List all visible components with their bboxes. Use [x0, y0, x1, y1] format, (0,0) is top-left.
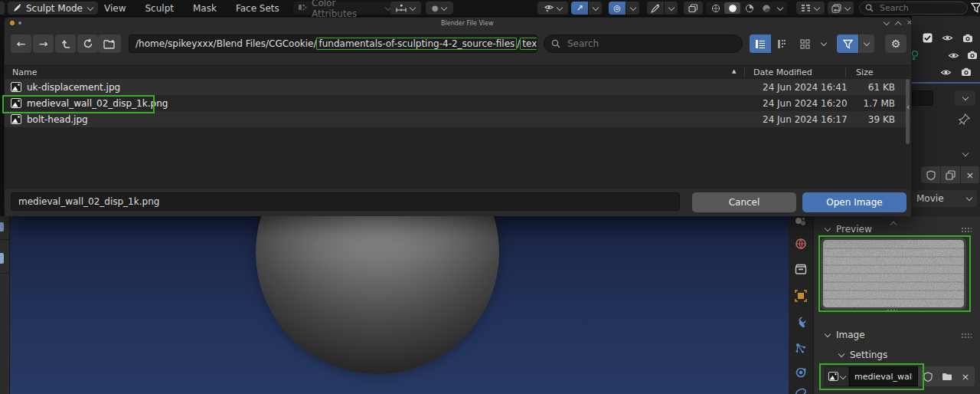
eye-icon[interactable] — [942, 34, 953, 42]
texture-preview-image[interactable] — [823, 240, 964, 307]
annotate-tool[interactable] — [647, 2, 664, 15]
toolbar-partial-icon[interactable] — [0, 253, 4, 264]
tab-modifiers-icon[interactable] — [795, 316, 807, 328]
checkbox-checked-icon[interactable] — [923, 33, 933, 43]
image-browse-dropdown[interactable] — [825, 366, 849, 386]
tab-object-icon[interactable] — [795, 290, 807, 302]
forward-button[interactable]: → — [33, 34, 54, 53]
column-date-modified[interactable]: Date Modified — [753, 67, 812, 77]
window-close-icon[interactable]: × — [906, 20, 913, 25]
texture-name-field[interactable] — [912, 90, 933, 106]
stroke-dropdown[interactable]: ● — [426, 2, 453, 15]
dialog-search[interactable] — [544, 34, 743, 53]
toolbar-partial-icon[interactable] — [0, 222, 4, 231]
display-mode-dropdown[interactable] — [816, 34, 831, 53]
grip-icon[interactable] — [961, 227, 972, 232]
texture-type-select[interactable]: Movie — [912, 190, 977, 207]
image-section-header[interactable]: Image — [825, 330, 972, 340]
open-image-button[interactable]: Open Image — [802, 192, 906, 212]
window-maximize-icon[interactable] — [895, 20, 900, 25]
color-attributes-dropdown[interactable]: Color Attributes — [293, 2, 396, 15]
sort-ascending-icon[interactable]: ▲ — [732, 68, 736, 74]
refresh-button[interactable] — [77, 34, 98, 53]
camera-icon[interactable] — [961, 67, 972, 77]
image-name-field[interactable]: medieval_wall... — [849, 366, 918, 386]
edge-partial-button[interactable] — [0, 2, 5, 15]
up-directory-button[interactable] — [55, 34, 76, 53]
menu-face-sets[interactable]: Face Sets — [234, 3, 281, 14]
chevron-down-icon — [593, 5, 599, 11]
proportional-toggle[interactable]: ◎ — [609, 2, 626, 15]
tab-physics-icon[interactable] — [795, 366, 807, 379]
column-size[interactable]: Size — [856, 67, 874, 77]
shading-solid-button[interactable] — [724, 2, 740, 14]
tab-constraints-icon[interactable] — [795, 388, 807, 394]
outliner-display-dropdown[interactable] — [796, 2, 825, 15]
shading-dropdown[interactable] — [777, 5, 783, 11]
display-thumbnails-button[interactable] — [794, 34, 815, 53]
back-button[interactable]: ← — [11, 34, 31, 53]
texture-browse-dropdown[interactable] — [955, 90, 975, 106]
falloff-dropdown[interactable] — [390, 2, 421, 15]
tab-world-icon[interactable] — [795, 238, 807, 250]
settings-subsection-header[interactable]: Settings — [838, 350, 887, 360]
filter-funnel-icon[interactable] — [971, 2, 980, 13]
column-name[interactable]: Name — [12, 67, 37, 77]
tab-output-icon[interactable] — [795, 264, 807, 276]
duplicate-button[interactable] — [941, 166, 960, 183]
file-row-selected[interactable]: medieval_wall_02_disp_1k.png 24 Jun 2024… — [5, 95, 910, 111]
eye-icon[interactable] — [940, 68, 952, 77]
shading-material-button[interactable] — [741, 2, 757, 14]
menu-sculpt[interactable]: Sculpt — [143, 3, 175, 14]
sculpt-sphere[interactable] — [256, 216, 499, 374]
create-folder-button[interactable] — [98, 34, 121, 53]
menu-mask[interactable]: Mask — [191, 3, 218, 14]
pin-icon[interactable] — [958, 113, 971, 126]
filename-input[interactable] — [11, 192, 680, 211]
tab-tool-icon[interactable] — [795, 215, 807, 227]
snap-toggle[interactable]: ↗ — [571, 2, 588, 15]
snap-dropdown[interactable] — [589, 2, 602, 15]
open-file-button[interactable] — [937, 366, 956, 386]
display-horizontal-list-button[interactable] — [772, 34, 793, 53]
dialog-search-input[interactable] — [566, 38, 722, 50]
camera-icon[interactable] — [962, 34, 973, 43]
window-minimize-icon[interactable] — [884, 20, 889, 25]
shading-wireframe-button[interactable] — [707, 2, 724, 14]
grip-icon[interactable] — [961, 333, 972, 338]
cancel-button[interactable]: Cancel — [692, 192, 796, 212]
viewport-3d[interactable] — [10, 216, 789, 394]
file-row[interactable]: uk-displacement.jpg 24 Jun 2024 16:41 61… — [5, 79, 910, 95]
overlays-dropdown[interactable] — [537, 2, 568, 15]
image-editor-dropdown[interactable] — [828, 2, 854, 15]
grip-icon[interactable] — [887, 306, 897, 311]
chevron-down-icon — [87, 5, 93, 11]
shading-rendered-button[interactable] — [758, 2, 774, 14]
settings-gear-button[interactable]: ⚙ — [885, 34, 906, 53]
file-row[interactable]: bolt-head.jpg 24 Jun 2024 16:17 39 KB — [5, 111, 910, 127]
unlink-button[interactable]: × — [956, 366, 975, 386]
fake-user-shield-button[interactable] — [921, 166, 940, 183]
topbar-search[interactable] — [859, 2, 968, 15]
file-list-empty-area[interactable] — [5, 127, 910, 189]
topbar-search-input[interactable] — [878, 2, 950, 14]
xray-toggle[interactable] — [684, 2, 703, 15]
filter-toggle-button[interactable] — [837, 34, 858, 53]
cancel-label: Cancel — [729, 197, 760, 208]
tab-particles-icon[interactable] — [795, 342, 807, 354]
fake-user-shield-button[interactable] — [918, 366, 937, 386]
path-field[interactable]: /home/spikeyxxx/Blend Files/CGCookie/fun… — [129, 34, 537, 53]
collapse-region-icon[interactable]: ‹ — [906, 102, 910, 112]
unlink-button[interactable]: × — [961, 166, 979, 183]
panel-collapse-chevron[interactable] — [962, 151, 969, 157]
filter-dropdown[interactable] — [859, 34, 874, 53]
display-vertical-list-button[interactable] — [750, 34, 771, 53]
menu-view[interactable]: View — [103, 3, 127, 14]
proportional-dropdown[interactable] — [626, 2, 639, 15]
preview-section-header[interactable]: Preview — [825, 224, 972, 235]
dialog-title-bar[interactable]: Blender File View × — [5, 18, 911, 28]
camera-icon[interactable] — [967, 51, 978, 60]
mode-dropdown[interactable]: Sculpt Mode — [8, 2, 98, 15]
annotate-dropdown[interactable] — [665, 2, 678, 15]
eye-icon[interactable] — [948, 51, 959, 60]
